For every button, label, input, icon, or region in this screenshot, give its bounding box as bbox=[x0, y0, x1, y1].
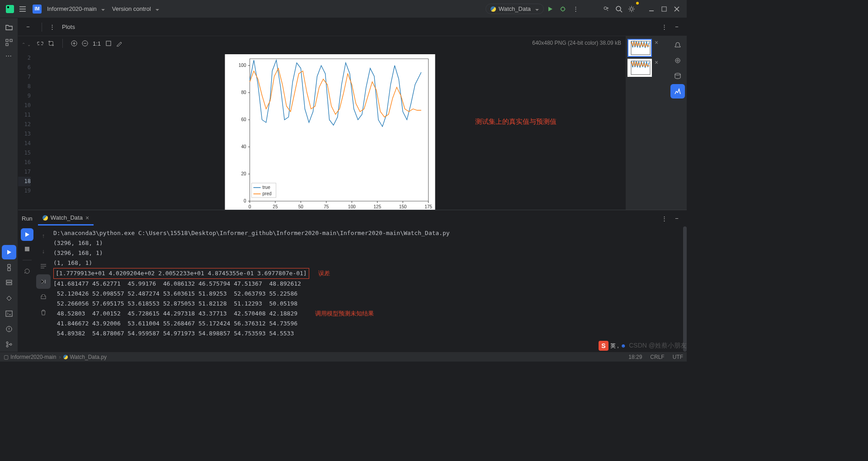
notifications-icon[interactable] bbox=[670, 38, 685, 52]
close-window-icon[interactable] bbox=[670, 3, 683, 15]
fit-width-icon[interactable] bbox=[37, 40, 43, 47]
plots-minimize-icon[interactable]: − bbox=[670, 21, 683, 33]
sciview-tool-icon[interactable] bbox=[670, 84, 685, 99]
problems-tool-icon[interactable] bbox=[2, 322, 16, 336]
run-config-name: Watch_Data bbox=[499, 5, 531, 12]
print-icon[interactable] bbox=[36, 290, 51, 304]
plot-controls: 1:1 bbox=[37, 39, 123, 48]
project-tool-icon[interactable] bbox=[2, 20, 16, 34]
svg-rect-10 bbox=[6, 280, 12, 282]
annotation-truth-pred: 测试集上的真实值与预测值 bbox=[475, 118, 557, 126]
thumbnail-1[interactable] bbox=[627, 39, 652, 57]
python-icon bbox=[42, 215, 48, 221]
svg-point-56 bbox=[675, 58, 680, 63]
settings-icon[interactable] bbox=[625, 3, 638, 15]
export-icon[interactable] bbox=[105, 40, 112, 47]
right-tool-rail bbox=[669, 36, 687, 210]
run-tab-name: Watch_Data bbox=[51, 214, 83, 221]
search-icon[interactable] bbox=[613, 3, 625, 15]
folder-icon: ▢ bbox=[4, 354, 9, 360]
svg-text:175: 175 bbox=[425, 204, 432, 209]
run-panel: Run Watch_Data × ⋮ − ↑ bbox=[18, 210, 687, 352]
console-output[interactable]: D:\anaconda3\python.exe C:\Users\15518\D… bbox=[51, 226, 687, 352]
ai-assistant-icon[interactable] bbox=[670, 53, 685, 68]
svg-text:25: 25 bbox=[273, 204, 278, 209]
maximize-window-icon[interactable] bbox=[658, 3, 670, 15]
svg-text:0: 0 bbox=[244, 198, 246, 203]
more-tools-icon[interactable]: ⋯ bbox=[5, 52, 12, 60]
plot-image[interactable]: 0255075100125150175020406080100truepred bbox=[225, 54, 435, 210]
scrollbar-thumb[interactable] bbox=[683, 226, 687, 352]
run-panel-options-icon[interactable]: ⋮ bbox=[658, 212, 670, 225]
python-packages-icon[interactable] bbox=[2, 260, 16, 275]
svg-text:true: true bbox=[263, 185, 271, 190]
scroll-up-icon[interactable]: ↑ bbox=[36, 228, 51, 243]
run-panel-minimize-icon[interactable]: − bbox=[670, 212, 683, 225]
rerun-button[interactable] bbox=[21, 228, 33, 241]
breadcrumb-folder[interactable]: Informer2020-main bbox=[10, 354, 56, 360]
svg-text:100: 100 bbox=[239, 63, 246, 68]
services-tool-icon[interactable] bbox=[2, 276, 16, 290]
ime-badge[interactable]: S bbox=[599, 341, 609, 351]
minimize-window-icon[interactable] bbox=[645, 3, 658, 15]
zoom-reset[interactable]: 1:1 bbox=[93, 40, 101, 47]
zoom-out-icon[interactable] bbox=[82, 40, 88, 47]
soft-wrap-icon[interactable] bbox=[36, 259, 51, 273]
svg-text:80: 80 bbox=[241, 90, 246, 95]
zoom-in-icon[interactable] bbox=[71, 40, 77, 47]
ime-text: 英 , bbox=[610, 342, 619, 350]
status-time: 18:29 bbox=[628, 354, 642, 360]
code-with-me-icon[interactable] bbox=[600, 3, 613, 15]
editor-gutter: ⌃ ⌄ 2678910111213141516171819 bbox=[18, 36, 34, 210]
debug-button[interactable] bbox=[557, 3, 569, 15]
svg-text:20: 20 bbox=[241, 171, 246, 176]
thumbnail-1-close[interactable]: × bbox=[653, 39, 660, 46]
svg-point-3 bbox=[604, 7, 607, 9]
svg-rect-8 bbox=[10, 39, 12, 42]
run-config-selector[interactable]: Watch_Data bbox=[486, 4, 544, 14]
svg-rect-7 bbox=[6, 39, 8, 42]
status-eol[interactable]: CRLF bbox=[650, 354, 664, 360]
chevron-down-icon bbox=[533, 5, 539, 12]
chevron-down-icon bbox=[154, 5, 159, 12]
project-dropdown[interactable]: IM Informer2020-main bbox=[29, 3, 108, 15]
scroll-to-end-icon[interactable] bbox=[36, 274, 51, 289]
status-bar: ▢ Informer2020-main › Watch_Data.py 18:2… bbox=[0, 352, 687, 362]
structure-tool-icon[interactable] bbox=[2, 35, 16, 50]
stop-button[interactable] bbox=[20, 242, 34, 256]
vcs-label: Version control bbox=[112, 5, 151, 12]
run-button[interactable] bbox=[544, 3, 557, 15]
thumbnail-2-close[interactable]: × bbox=[653, 59, 660, 66]
svg-point-57 bbox=[677, 60, 679, 61]
run-tab[interactable]: Watch_Data × bbox=[38, 212, 94, 226]
app-icon[interactable] bbox=[4, 3, 16, 15]
svg-text:pred: pred bbox=[263, 191, 272, 196]
python-console-icon[interactable] bbox=[2, 291, 16, 306]
plot-info-text: 640x480 PNG (24-bit color) 38.09 kB bbox=[532, 40, 621, 46]
fold-up-icon[interactable]: ⌃ bbox=[22, 42, 25, 47]
delete-icon[interactable] bbox=[36, 305, 51, 320]
collapse-icon[interactable]: − bbox=[22, 21, 34, 33]
breadcrumb-file[interactable]: Watch_Data.py bbox=[70, 354, 107, 360]
terminal-tool-icon[interactable] bbox=[2, 306, 16, 321]
run-tool-icon[interactable] bbox=[2, 245, 16, 259]
git-tool-icon[interactable] bbox=[2, 337, 16, 352]
status-encoding[interactable]: UTF bbox=[673, 354, 683, 360]
vcs-dropdown[interactable]: Version control bbox=[108, 4, 163, 14]
main-menu-icon[interactable] bbox=[16, 3, 29, 15]
svg-text:100: 100 bbox=[348, 204, 356, 209]
fold-down-icon[interactable]: ⌄ bbox=[27, 42, 31, 47]
rerun-icon[interactable] bbox=[20, 264, 34, 278]
plots-options-icon[interactable]: ⋮ bbox=[658, 21, 670, 33]
svg-point-15 bbox=[6, 345, 8, 347]
crop-icon[interactable] bbox=[48, 40, 54, 47]
more-actions-icon[interactable]: ⋮ bbox=[569, 3, 582, 15]
edit-icon[interactable] bbox=[116, 40, 123, 47]
database-tool-icon[interactable] bbox=[670, 69, 685, 83]
tab-close-icon[interactable]: × bbox=[85, 214, 89, 221]
thumbnail-2[interactable] bbox=[627, 59, 652, 77]
plots-more-icon[interactable]: ⋮ bbox=[46, 21, 58, 33]
svg-point-2 bbox=[561, 7, 565, 11]
svg-text:60: 60 bbox=[241, 117, 246, 122]
scroll-down-icon[interactable]: ↓ bbox=[36, 244, 51, 258]
